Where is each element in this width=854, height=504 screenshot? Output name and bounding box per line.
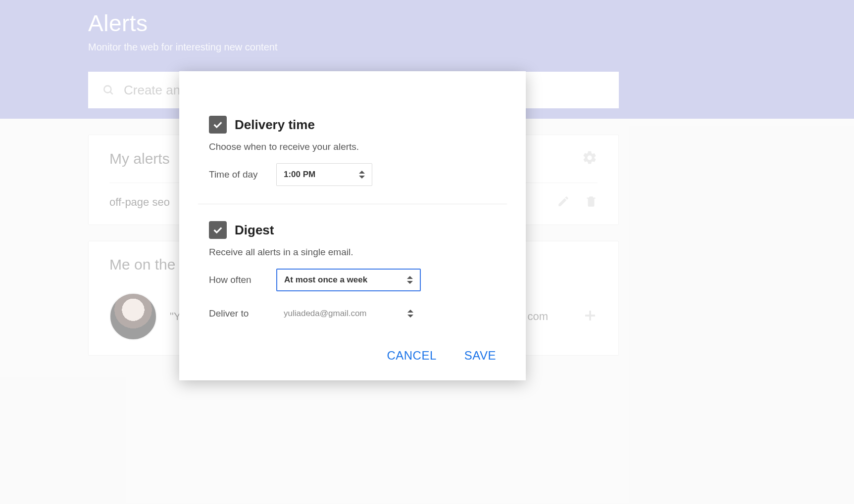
- delivery-time-section: Delivery time Choose when to receive you…: [209, 116, 496, 186]
- section-divider: [198, 204, 507, 204]
- how-often-select[interactable]: At most once a week: [276, 269, 421, 291]
- delivery-time-checkbox[interactable]: [209, 116, 227, 134]
- alert-name: off-page seo: [109, 196, 170, 209]
- my-alerts-title: My alerts: [109, 150, 170, 167]
- avatar: [109, 293, 157, 340]
- plus-icon[interactable]: [583, 308, 598, 325]
- digest-section: Digest Receive all alerts in a single em…: [209, 221, 496, 325]
- sort-arrows-icon: [407, 276, 413, 284]
- how-often-value: At most once a week: [284, 275, 367, 285]
- deliver-to-select[interactable]: yuliadeda@gmail.com: [276, 302, 421, 325]
- time-of-day-select[interactable]: 1:00 PM: [276, 163, 372, 186]
- deliver-to-label: Deliver to: [209, 308, 276, 319]
- sort-arrows-icon: [407, 310, 413, 318]
- alert-settings-dialog: Delivery time Choose when to receive you…: [179, 71, 526, 380]
- search-icon: [102, 84, 115, 96]
- how-often-label: How often: [209, 275, 276, 285]
- page-subtitle: Monitor the web for interesting new cont…: [88, 42, 619, 53]
- digest-description: Receive all alerts in a single email.: [209, 247, 496, 258]
- page-title: Alerts: [88, 10, 619, 37]
- sort-arrows-icon: [359, 171, 365, 179]
- delivery-time-description: Choose when to receive your alerts.: [209, 141, 496, 152]
- svg-line-1: [110, 92, 112, 94]
- gear-icon[interactable]: [582, 150, 598, 168]
- time-of-day-value: 1:00 PM: [284, 170, 315, 180]
- digest-checkbox[interactable]: [209, 221, 227, 239]
- me-email-suffix: com: [527, 310, 548, 323]
- time-of-day-label: Time of day: [209, 169, 276, 180]
- delivery-time-title: Delivery time: [235, 117, 315, 133]
- digest-title: Digest: [235, 223, 274, 238]
- cancel-button[interactable]: CANCEL: [387, 349, 436, 363]
- save-button[interactable]: SAVE: [464, 349, 496, 363]
- deliver-to-value: yuliadeda@gmail.com: [284, 309, 367, 319]
- edit-icon[interactable]: [557, 195, 570, 210]
- svg-point-0: [104, 86, 111, 92]
- trash-icon[interactable]: [585, 195, 598, 210]
